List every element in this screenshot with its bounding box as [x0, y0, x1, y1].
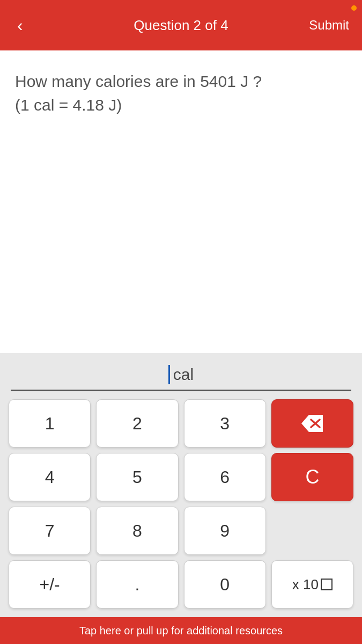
- resources-bar-text: Tap here or pull up for additional resou…: [79, 625, 283, 637]
- question-progress: Question 2 of 4: [134, 17, 228, 34]
- text-cursor: [168, 365, 170, 384]
- x10-label: x 10: [292, 576, 319, 593]
- key-2[interactable]: 2: [96, 399, 178, 448]
- key-decimal[interactable]: .: [96, 560, 178, 609]
- x10-checkbox: [321, 579, 333, 590]
- key-8[interactable]: 8: [96, 507, 178, 555]
- question-area: How many calories are in 5401 J ? (1 cal…: [0, 50, 362, 127]
- resources-bar[interactable]: Tap here or pull up for additional resou…: [0, 617, 362, 644]
- key-7[interactable]: 7: [9, 507, 91, 555]
- key-1[interactable]: 1: [9, 399, 91, 448]
- app-header: ‹ Question 2 of 4 Submit: [0, 0, 362, 50]
- notification-dot: [351, 5, 357, 11]
- key-3[interactable]: 3: [184, 399, 266, 448]
- key-4[interactable]: 4: [9, 453, 91, 501]
- question-text: How many calories are in 5401 J ? (1 cal…: [15, 70, 347, 116]
- submit-button[interactable]: Submit: [309, 18, 349, 33]
- backspace-button[interactable]: [271, 399, 353, 448]
- key-0[interactable]: 0: [184, 560, 266, 609]
- backspace-icon: [301, 415, 323, 432]
- keypad: 1 2 3 4 5 6 C 7 8 9 +/- . 0 x 10: [0, 391, 362, 617]
- calculator-section: cal 1 2 3 4 5 6 C 7 8 9 +/- . 0 x 10: [0, 353, 362, 617]
- key-5[interactable]: 5: [96, 453, 178, 501]
- back-button[interactable]: ‹: [13, 12, 27, 38]
- input-unit-label: cal: [173, 365, 194, 384]
- svg-marker-0: [301, 415, 323, 432]
- key-plus-minus[interactable]: +/-: [9, 560, 91, 609]
- clear-button[interactable]: C: [271, 453, 353, 501]
- empty-cell-1: [271, 507, 353, 555]
- key-6[interactable]: 6: [184, 453, 266, 501]
- answer-input-display[interactable]: cal: [11, 353, 351, 391]
- key-9[interactable]: 9: [184, 507, 266, 555]
- x10-button[interactable]: x 10: [271, 560, 353, 609]
